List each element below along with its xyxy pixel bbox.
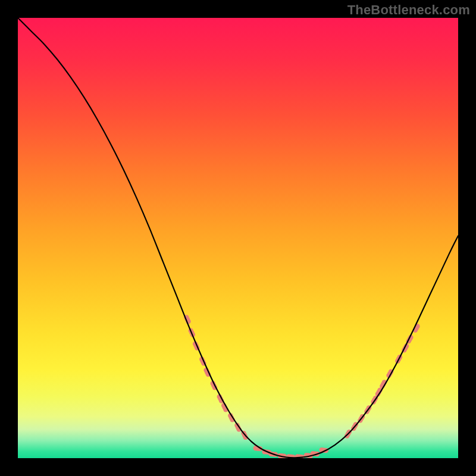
curve-layer [18, 18, 458, 458]
plot-area [18, 18, 458, 458]
watermark-text: TheBottleneck.com [347, 2, 470, 18]
bottleneck-curve [18, 18, 458, 458]
chart-frame: TheBottleneck.com [0, 0, 476, 476]
marker-group [184, 315, 420, 458]
